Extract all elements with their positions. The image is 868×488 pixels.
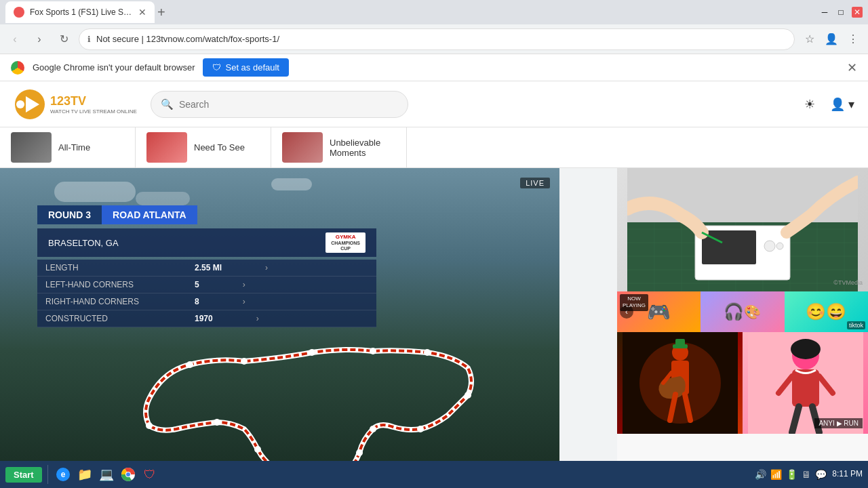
site-logo[interactable]: 123TV WATCH TV LIVE STREAM ONLINE	[14, 88, 137, 121]
menu-btn[interactable]: ⋮	[844, 30, 863, 49]
profile-btn[interactable]: 👤	[822, 30, 841, 49]
svg-point-35	[776, 243, 783, 249]
sidebar-bottom-1[interactable]	[617, 332, 743, 434]
svg-point-10	[417, 426, 424, 432]
sidebar-thumb-3[interactable]: 😊 😄 tiktok	[785, 291, 868, 332]
network-icon[interactable]: 📶	[770, 469, 782, 480]
banner-row: All-Time Need To See Unbelievable Moment…	[0, 127, 868, 168]
track-svg-container	[41, 304, 549, 473]
refresh-btn[interactable]: ↻	[54, 30, 73, 49]
svg-point-11	[370, 426, 376, 432]
browser-toolbar: ‹ › ↻ ℹ Not secure | 123tvnow.com/watch/…	[0, 24, 868, 54]
new-tab-btn[interactable]: +	[157, 5, 165, 20]
close-btn[interactable]: ✕	[852, 7, 863, 18]
start-btn[interactable]: Start	[5, 467, 42, 483]
user-menu-btn[interactable]: 👤 ▾	[830, 92, 854, 117]
svg-text:e: e	[60, 470, 65, 479]
address-text: Not secure | 123tvnow.com/watch/fox-spor…	[96, 34, 279, 44]
svg-point-2	[16, 100, 24, 108]
taskbar-tray: 🔊 📶 🔋 🖥 💬 8:11 PM	[755, 469, 863, 480]
theme-toggle-btn[interactable]: ☀	[797, 92, 822, 117]
minimize-btn[interactable]: ─	[819, 7, 830, 18]
svg-point-9	[465, 392, 471, 399]
time-display: 8:11 PM	[832, 469, 863, 480]
svg-point-15	[254, 446, 261, 453]
sidebar-thumbs-row: 🎮 ‹ NOWPLAYING 🎧 🎨 😊 😄 tiktok	[617, 291, 868, 332]
main-layout: LIVE ROUND 3 ROAD ATLANTA BRASELTON, GA …	[0, 168, 868, 488]
back-btn[interactable]: ‹	[5, 30, 24, 49]
svg-point-6	[309, 349, 315, 356]
bookmark-btn[interactable]: ☆	[800, 30, 819, 49]
sidebar-main-video[interactable]: ©TVMedia	[617, 168, 868, 291]
shield-icon: 🛡	[212, 62, 221, 73]
address-bar[interactable]: ℹ Not secure | 123tvnow.com/watch/fox-sp…	[79, 28, 795, 50]
hands-svg	[627, 168, 858, 291]
site-header: 123TV WATCH TV LIVE STREAM ONLINE 🔍 ☀ 👤 …	[0, 81, 868, 127]
message-icon[interactable]: 💬	[815, 469, 827, 480]
anyi-run-text: ANYI ▶ RUN	[818, 420, 859, 427]
stat-row-1: LEFT-HAND CORNERS 5 ›	[37, 277, 376, 293]
svg-point-12	[356, 449, 363, 456]
cloud-1	[54, 182, 136, 202]
browser-tab[interactable]: Fox Sports 1 (FS1) Live Stream | 12... ✕	[5, 1, 155, 23]
thumb-bg-3: 😊 😄 tiktok	[785, 291, 868, 332]
banner-thumb-1	[11, 132, 52, 163]
svg-rect-42	[675, 339, 685, 347]
tab-close-btn[interactable]: ✕	[138, 7, 146, 18]
sidebar-video-overlay: ©TVMedia	[833, 279, 863, 286]
chrome-logo	[11, 61, 24, 75]
guitarist-svg	[623, 332, 738, 434]
banner-label-1: All-Time	[58, 142, 90, 152]
svg-rect-48	[792, 369, 819, 407]
tab-favicon	[14, 7, 24, 18]
location-bar: BRASELTON, GA GYMKA CHAMPIONS CUP	[37, 228, 376, 257]
browser-titlebar: Fox Sports 1 (FS1) Live Stream | 12... ✕…	[0, 0, 868, 24]
taskbar-ie-icon[interactable]: e	[54, 465, 73, 484]
svg-point-8	[424, 349, 431, 356]
infobar-message: Google Chrome isn't your default browser	[33, 62, 195, 73]
sidebar-thumb-2[interactable]: 🎧 🎨	[701, 291, 784, 332]
set-default-btn[interactable]: 🛡 Set as default	[203, 58, 289, 77]
chrome-infobar: Google Chrome isn't your default browser…	[0, 54, 868, 81]
sidebar: ©TVMedia 🎮 ‹ NOWPLAYING 🎧 🎨 😊	[617, 168, 868, 488]
tab-title: Fox Sports 1 (FS1) Live Stream | 12...	[30, 7, 133, 17]
banner-card-3[interactable]: Unbelievable Moments	[271, 127, 407, 167]
video-container[interactable]: LIVE ROUND 3 ROAD ATLANTA BRASELTON, GA …	[0, 168, 559, 473]
stat-value-0: 2.55 MI	[195, 263, 222, 272]
cloud-2	[136, 192, 190, 205]
taskbar-antivirus-icon[interactable]: 🛡	[140, 465, 159, 484]
display-icon[interactable]: 🖥	[802, 469, 811, 480]
live-badge: LIVE	[520, 178, 550, 188]
cloud-3	[271, 178, 312, 190]
search-bar[interactable]: 🔍	[151, 91, 408, 118]
round-label: ROUND 3	[37, 205, 102, 224]
sidebar-bottom-row: ANYI ▶ RUN	[617, 332, 868, 434]
header-icons: ☀ 👤 ▾	[797, 92, 854, 117]
taskbar-folder-icon[interactable]: 📁	[75, 465, 94, 484]
banner-card-1[interactable]: All-Time	[0, 127, 136, 167]
taskbar-files-icon[interactable]: 💻	[97, 465, 116, 484]
battery-icon: 🔋	[786, 469, 797, 480]
search-icon: 🔍	[161, 98, 174, 110]
forward-btn[interactable]: ›	[30, 30, 49, 49]
stat-arrow-1: ›	[243, 280, 245, 289]
maximize-btn[interactable]: □	[835, 7, 846, 18]
champions-logo: GYMKA CHAMPIONS CUP	[326, 232, 366, 253]
round-bar: ROUND 3 ROAD ATLANTA	[37, 205, 376, 224]
sidebar-bottom-2[interactable]: ANYI ▶ RUN	[743, 332, 868, 434]
svg-point-16	[214, 419, 220, 426]
banner-card-2[interactable]: Need To See	[136, 127, 271, 167]
volume-icon[interactable]: 🔊	[755, 469, 766, 480]
logo-text: 123TV WATCH TV LIVE STREAM ONLINE	[50, 94, 137, 115]
svg-point-3	[146, 422, 153, 429]
svg-point-49	[791, 339, 821, 359]
search-input[interactable]	[179, 99, 398, 110]
taskbar: Start e 📁 💻 🛡 🔊 📶 🔋 🖥 💬 8:11 PM	[0, 461, 868, 488]
stat-arrow-0: ›	[265, 263, 268, 272]
infobar-close-btn[interactable]: ✕	[847, 60, 857, 75]
svg-point-34	[764, 241, 775, 251]
stat-label-1: LEFT-HAND CORNERS	[45, 280, 154, 289]
banner-thumb-2	[146, 132, 187, 163]
taskbar-chrome-icon[interactable]	[119, 465, 138, 484]
sidebar-thumb-1[interactable]: 🎮 ‹ NOWPLAYING	[617, 291, 701, 332]
